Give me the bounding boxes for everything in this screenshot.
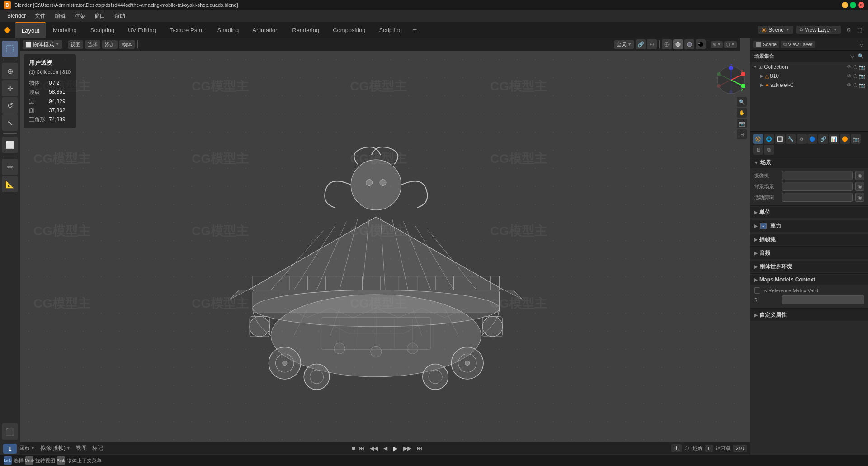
jump-end-btn[interactable]: ⏭ (415, 444, 424, 452)
gravity-section-header[interactable]: ▶ ✓ 重力 (750, 220, 868, 232)
clip-pick-btn[interactable]: ◉ (855, 193, 864, 202)
view-menu[interactable]: 视图 (68, 40, 83, 49)
jump-start-btn[interactable]: ⏮ (357, 444, 366, 452)
wireframe-shading[interactable] (662, 39, 672, 49)
select-box-tool[interactable] (2, 41, 18, 57)
tab-rendering[interactable]: Rendering (286, 22, 326, 38)
pan-icon[interactable]: ✋ (737, 108, 747, 118)
item-szkielet-viewport-icon[interactable]: ⬡ (853, 82, 858, 88)
keyframes-section-header[interactable]: ▶ 插帧集 (750, 234, 868, 245)
background-pick-btn[interactable]: ◉ (855, 182, 864, 191)
timeline-mark-label[interactable]: 标记 (90, 443, 105, 453)
camera-value-field[interactable] (782, 171, 853, 180)
gravity-checkbox[interactable]: ✓ (760, 223, 767, 229)
outliner-szkielet-item[interactable]: ▶ ✦ szkielet-0 👁 ⬡ 📷 (750, 81, 868, 90)
object-menu[interactable]: 物体 (119, 40, 135, 49)
tab-scripting[interactable]: Scripting (373, 22, 408, 38)
gizmo-toggle[interactable]: ⬡ ▼ (724, 41, 737, 48)
current-frame-box[interactable]: 1 (3, 444, 17, 454)
navigation-gizmo[interactable]: X Y Z 🔍 ✋ 📷 (715, 64, 747, 96)
item-szkielet-visible-icon[interactable]: 👁 (847, 82, 852, 88)
view-layer-props-icon[interactable]: ⧉ (764, 145, 774, 155)
grid-view-icon[interactable]: ⊞ (737, 129, 747, 139)
item-810-camera-icon[interactable]: 📷 (859, 73, 865, 79)
view-layer-selector[interactable]: ⧉ View Layer ▼ (796, 26, 841, 34)
rpanel-filter-icon[interactable]: ▽ (857, 40, 865, 48)
viewport-overlays[interactable]: ⊕ ▼ (711, 41, 723, 48)
maximize-button[interactable]: □ (850, 2, 856, 8)
camera-pick-btn[interactable]: ◉ (855, 171, 864, 180)
close-button[interactable]: ✕ (858, 2, 864, 8)
rotate-tool[interactable]: ↺ (2, 97, 18, 114)
tab-modeling[interactable]: Modeling (47, 22, 83, 38)
move-tool[interactable]: ✛ (2, 80, 18, 96)
transform-global[interactable]: 全局 ▼ (614, 40, 634, 49)
modifier-props-icon[interactable]: 🔧 (786, 134, 796, 144)
collection-viewport-icon[interactable]: ⬡ (853, 64, 858, 70)
camera-playback-label[interactable]: 拟像(播帧) ▼ (38, 443, 72, 453)
menu-window[interactable]: 窗口 (91, 11, 109, 21)
item-szkielet-camera-icon[interactable]: 📷 (859, 82, 865, 88)
rendered-shading[interactable] (696, 39, 706, 49)
mode-selector[interactable]: ⬜ 物体模式 ▼ (23, 40, 62, 49)
reference-matrix-checkbox[interactable] (754, 287, 760, 294)
tab-texture-paint[interactable]: Texture Paint (163, 22, 210, 38)
menu-help[interactable]: 帮助 (111, 11, 129, 21)
menu-file[interactable]: 文件 (31, 11, 49, 21)
play-reverse-btn[interactable]: ◀ (382, 444, 389, 452)
cursor-tool[interactable]: ⊕ (2, 63, 18, 79)
collection-visible-icon[interactable]: 👁 (847, 64, 852, 70)
step-forward-btn[interactable]: ▶▶ (401, 444, 413, 452)
menu-edit[interactable]: 编辑 (51, 11, 69, 21)
outliner-filter-icon[interactable]: ▽ (849, 53, 856, 60)
start-frame-display[interactable]: 1 (705, 445, 713, 452)
r-value-field[interactable] (782, 295, 864, 304)
snap-icon[interactable]: 🔗 (636, 39, 646, 49)
audio-section-header[interactable]: ▶ 音频 (750, 247, 868, 259)
tab-animation[interactable]: Animation (246, 22, 285, 38)
tab-layout[interactable]: Layout (15, 22, 46, 38)
tab-compositing[interactable]: Compositing (326, 22, 372, 38)
scene-section-header[interactable]: ▼ 场景 (750, 157, 868, 168)
step-back-btn[interactable]: ◀◀ (368, 444, 380, 452)
viewport-3d[interactable]: CG模型主 CG模型主 CG模型主 CG模型主 CG模型主 CG模型主 CG模型… (20, 38, 750, 442)
object-props-icon[interactable]: 🔳 (775, 134, 785, 144)
rpanel-viewlayer-btn[interactable]: ⧉ View Layer (781, 41, 815, 48)
maps-models-section-header[interactable]: ▶ Maps Models Context (750, 275, 868, 285)
scene-selector[interactable]: 🔆 Scene ▼ (758, 26, 793, 34)
transform-tool[interactable]: ⬜ (2, 137, 18, 153)
item-810-visible-icon[interactable]: 👁 (847, 73, 852, 79)
material-shading[interactable] (684, 39, 694, 49)
current-frame-display[interactable]: 1 (671, 444, 682, 452)
preferences-icon[interactable]: ⚙ (844, 25, 854, 35)
playback-label[interactable]: 回放 ▼ (17, 443, 37, 453)
rigid-body-section-header[interactable]: ▶ 刚体世界环境 (750, 261, 868, 272)
end-frame-display[interactable]: 250 (733, 445, 747, 452)
select-menu[interactable]: 选择 (85, 40, 100, 49)
outliner-810-item[interactable]: ▶ △ 810 👁 ⬡ 📷 (750, 71, 868, 81)
item-810-viewport-icon[interactable]: ⬡ (853, 73, 858, 79)
constraints-props-icon[interactable]: 🔗 (818, 134, 828, 144)
annotate-tool[interactable]: ✏ (2, 159, 18, 175)
fullscreen-icon[interactable]: ⬚ (854, 25, 864, 35)
solid-shading[interactable] (673, 39, 683, 49)
proportional-edit-icon[interactable]: ⊙ (647, 39, 657, 49)
menu-render[interactable]: 渲染 (71, 11, 89, 21)
outliner-collection-item[interactable]: ▼ ⊞ Collection 👁 ⬡ 📷 (750, 62, 868, 71)
add-workspace-button[interactable]: + (409, 23, 420, 37)
camera-view-icon[interactable]: 📷 (737, 119, 747, 128)
data-props-icon[interactable]: 📊 (829, 134, 839, 144)
tab-shading[interactable]: Shading (211, 22, 245, 38)
minimize-button[interactable]: ─ (842, 2, 848, 8)
scale-tool[interactable]: ⤡ (2, 114, 18, 131)
scene-props-icon[interactable]: 🔆 (753, 134, 763, 144)
measure-tool[interactable]: 📐 (2, 176, 18, 192)
background-value-field[interactable] (782, 182, 853, 191)
units-section-header[interactable]: ▶ 单位 (750, 207, 868, 218)
rpanel-scene-btn[interactable]: Scene (753, 41, 779, 48)
menu-blender[interactable]: Blender (4, 12, 29, 20)
collection-render-icon[interactable]: 📷 (859, 64, 865, 70)
timeline-view-label[interactable]: 视图 (74, 443, 89, 453)
add-menu[interactable]: 添加 (102, 40, 118, 49)
zoom-icon[interactable]: 🔍 (737, 97, 747, 107)
